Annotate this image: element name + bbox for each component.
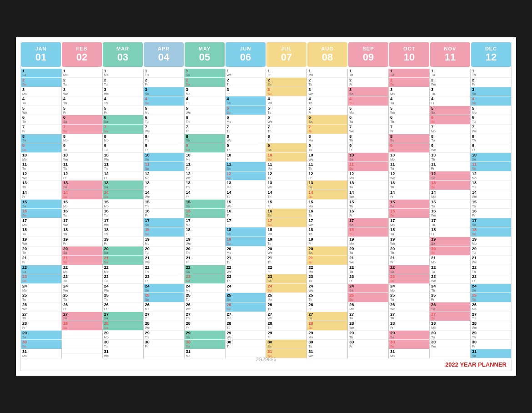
day-cell: 10We	[103, 153, 143, 162]
day-cell: 1Tu	[430, 69, 470, 78]
day-cell: 1Sa	[185, 69, 225, 78]
day-cell: 16Tu	[62, 209, 102, 218]
day-cell: 7Su	[62, 125, 102, 134]
day-cell: 13Tu	[471, 181, 511, 190]
day-cell: 15Th	[144, 200, 184, 209]
day-cell: 9Tu	[62, 143, 102, 153]
month-header-jan: JAN01	[21, 42, 61, 67]
day-cell: 26Su	[226, 302, 266, 312]
day-cell: 15Sa	[389, 200, 429, 209]
day-cell: 24Sa	[144, 284, 184, 293]
day-cell: 7Fr	[21, 125, 61, 134]
day-cell: 15Mo	[103, 200, 143, 209]
day-cell: 27Sa	[62, 312, 102, 322]
day-cell: 22Th	[144, 265, 184, 275]
day-cell: 18Su	[348, 227, 388, 237]
day-cell: 16Fr	[471, 209, 511, 218]
day-cell: 24Mo	[185, 284, 225, 293]
day-cell: 5We	[185, 106, 225, 116]
day-cell: 12Mo	[471, 171, 511, 181]
day-cell: 11Fr	[430, 162, 470, 171]
day-cell: 14Su	[103, 190, 143, 200]
day-cell: 29We	[226, 331, 266, 340]
day-cell: 3We	[62, 87, 102, 97]
day-cell: 16Sa	[266, 209, 306, 218]
day-cell: 10Sa	[348, 153, 388, 162]
day-cell: 18Tu	[389, 227, 429, 237]
day-cell: 18Mo	[266, 227, 306, 237]
month-col-12: 1Th2Fr3Sa4Su5Mo6Tu7We8Th9Fr10Sa11Su12Mo1…	[471, 69, 511, 359]
day-cell: 6Th	[389, 115, 429, 125]
day-cell: 24Su	[266, 284, 306, 293]
month-header-may: MAY05	[185, 42, 225, 67]
day-cell: 26Mo	[471, 302, 511, 312]
day-cell: 12Mo	[144, 171, 184, 181]
day-cell: 6Sa	[307, 115, 347, 125]
day-cell: 21Tu	[226, 256, 266, 265]
day-cell: 12Fr	[307, 171, 347, 181]
day-cell: 16We	[430, 209, 470, 218]
day-cell: 19Fr	[62, 237, 102, 247]
day-cell: 8Sa	[389, 134, 429, 144]
day-cell: 7Su	[307, 125, 347, 134]
day-cell: 31Sa	[471, 349, 511, 359]
day-cell: 22Tu	[430, 265, 470, 275]
day-cell: 25Th	[103, 293, 143, 302]
month-header-apr: APR04	[144, 42, 184, 67]
day-cell: 16Tu	[103, 209, 143, 218]
day-cell: 27Tu	[348, 312, 388, 322]
day-cell: 16Su	[185, 209, 225, 218]
day-cell: 9We	[430, 143, 470, 153]
day-cell: 26We	[21, 302, 61, 312]
day-cell: 30Tu	[307, 340, 347, 349]
day-cell: 28Th	[266, 321, 306, 331]
day-cell: 9Su	[21, 143, 61, 153]
day-cell: 28Su	[103, 321, 143, 331]
month-headers: JAN01FEB02MAR03APR04MAY05JUN06JUL07AUG08…	[21, 42, 511, 67]
day-cell: 18Tu	[185, 227, 225, 237]
day-cell: 14Fr	[389, 190, 429, 200]
day-cell: 19Mo	[348, 237, 388, 247]
day-cell: 13Mo	[226, 181, 266, 190]
day-cell: 30Su	[389, 340, 429, 349]
day-cell: 27Sa	[307, 312, 347, 322]
day-cell: 20Sa	[307, 247, 347, 256]
day-cell: 1Fr	[266, 69, 306, 78]
day-cell: 7Th	[266, 125, 306, 134]
day-cell: 19Fr	[103, 237, 143, 247]
day-cell: 23We	[430, 274, 470, 284]
day-cell: 14Mo	[430, 190, 470, 200]
day-cell: 1Th	[144, 69, 184, 78]
day-cell: 27Sa	[103, 312, 143, 322]
day-cell: 10We	[307, 153, 347, 162]
day-cell: 13Tu	[348, 181, 388, 190]
day-cell: 8Sa	[185, 134, 225, 144]
day-cell: 11Sa	[226, 162, 266, 171]
day-cell: 7Mo	[430, 125, 470, 134]
day-cell: 4Sa	[226, 96, 266, 106]
day-cell: 18Su	[471, 227, 511, 237]
month-col-8: 1Mo2Tu3We4Th5Fr6Sa7Su8Mo9Tu10We11Th12Fr1…	[307, 69, 347, 359]
day-cell: 11Su	[471, 162, 511, 171]
day-cell: 9Tu	[103, 143, 143, 153]
day-cell: 20Sa	[103, 247, 143, 256]
day-cell: 3Mo	[389, 87, 429, 97]
day-cell: 13Sa	[103, 181, 143, 190]
day-cell: 23Su	[389, 274, 429, 284]
day-cell: 9Su	[185, 143, 225, 153]
day-cell: 4Th	[307, 96, 347, 106]
day-cell: 5Fr	[62, 106, 102, 116]
day-cell: 5Tu	[266, 106, 306, 116]
day-cell: 17Sa	[471, 218, 511, 228]
day-cell: 2Th	[226, 78, 266, 87]
day-cell: 29Tu	[430, 331, 470, 340]
month-header-feb: FEB02	[62, 42, 102, 67]
day-cell	[144, 349, 184, 357]
day-cell: 8Mo	[103, 134, 143, 144]
day-cell: 20Th	[389, 247, 429, 256]
day-cell: 20Tu	[348, 247, 388, 256]
day-cell: 6We	[266, 115, 306, 125]
day-cell: 17Mo	[185, 218, 225, 228]
day-cell: 24We	[307, 284, 347, 293]
day-cell: 8We	[226, 134, 266, 144]
